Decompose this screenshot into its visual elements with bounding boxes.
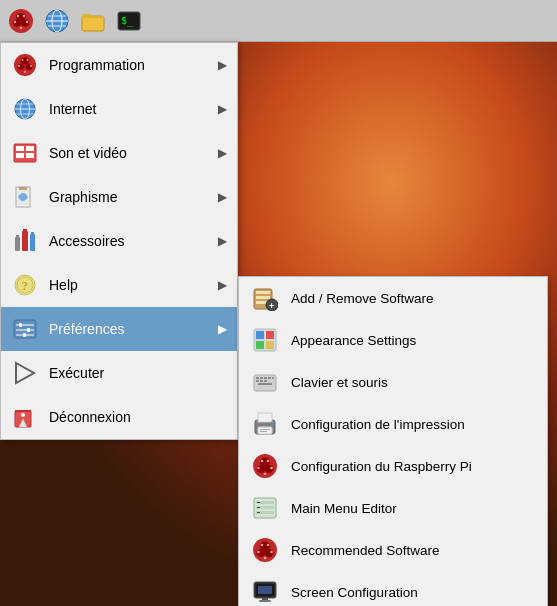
menu-container: Programmation ▶ Internet ▶ [0, 42, 238, 440]
recommended-software-label: Recommended Software [291, 543, 440, 558]
terminal-icon[interactable]: $_ [112, 4, 146, 38]
internet-arrow: ▶ [218, 102, 227, 116]
screen-configuration-label: Screen Configuration [291, 585, 418, 600]
graphisme-label: Graphisme [49, 189, 218, 205]
submenu-item-add-remove-software[interactable]: + Add / Remove Software [239, 277, 547, 319]
raspberry-menu-icon[interactable] [4, 4, 38, 38]
menu-item-help[interactable]: ? Help ▶ [1, 263, 237, 307]
svg-rect-41 [22, 231, 28, 251]
son-et-video-arrow: ▶ [218, 146, 227, 160]
svg-rect-33 [26, 146, 34, 151]
executer-label: Exécuter [49, 365, 227, 381]
recommended-software-icon [251, 536, 279, 564]
svg-rect-32 [16, 146, 24, 151]
svg-point-7 [26, 20, 28, 22]
config-impression-label: Configuration de l'impression [291, 417, 465, 432]
accessoires-icon [11, 227, 39, 255]
submenu-item-screen-configuration[interactable]: Screen Configuration [239, 571, 547, 606]
svg-rect-68 [256, 341, 264, 349]
executer-icon [11, 359, 39, 387]
programmation-arrow: ▶ [218, 58, 227, 72]
programmation-label: Programmation [49, 57, 218, 73]
svg-point-90 [261, 460, 264, 463]
svg-rect-34 [16, 153, 24, 158]
svg-point-57 [21, 413, 25, 417]
svg-point-91 [267, 460, 270, 463]
svg-point-109 [270, 551, 273, 554]
svg-rect-14 [82, 16, 104, 31]
son-et-video-label: Son et vidéo [49, 145, 218, 161]
svg-point-108 [257, 551, 260, 554]
svg-rect-39 [15, 237, 20, 251]
menu-item-deconnexion[interactable]: Déconnexion [1, 395, 237, 439]
config-raspberry-label: Configuration du Raspberry Pi [291, 459, 472, 474]
svg-rect-54 [23, 333, 26, 337]
svg-point-107 [267, 544, 270, 547]
submenu-item-config-raspberry[interactable]: Configuration du Raspberry Pi [239, 445, 547, 487]
svg-rect-83 [260, 429, 270, 430]
files-icon[interactable] [76, 4, 110, 38]
svg-rect-101 [257, 512, 260, 513]
svg-point-6 [14, 20, 16, 22]
menu-item-graphisme[interactable]: Graphisme ▶ [1, 175, 237, 219]
add-remove-software-icon: + [251, 284, 279, 312]
menu-item-executer[interactable]: Exécuter [1, 351, 237, 395]
svg-rect-75 [272, 377, 274, 379]
svg-text:?: ? [22, 278, 29, 293]
internet-icon [11, 95, 39, 123]
accessoires-arrow: ▶ [218, 234, 227, 248]
svg-rect-100 [257, 507, 260, 508]
menu-item-accessoires[interactable]: Accessoires ▶ [1, 219, 237, 263]
svg-rect-114 [259, 600, 271, 602]
svg-rect-99 [257, 502, 260, 503]
main-menu-editor-label: Main Menu Editor [291, 501, 397, 516]
appearance-settings-label: Appearance Settings [291, 333, 416, 348]
son-et-video-icon [11, 139, 39, 167]
svg-rect-53 [27, 328, 30, 332]
svg-text:+: + [269, 301, 274, 311]
submenu-preferences: + Add / Remove Software Appearance Setti… [238, 276, 548, 606]
help-label: Help [49, 277, 218, 293]
svg-rect-42 [23, 229, 27, 232]
submenu-item-appearance-settings[interactable]: Appearance Settings [239, 319, 547, 361]
preferences-icon [11, 315, 39, 343]
svg-rect-73 [264, 377, 267, 379]
submenu-item-clavier-souris[interactable]: Clavier et souris [239, 361, 547, 403]
svg-marker-55 [16, 363, 34, 383]
help-arrow: ▶ [218, 278, 227, 292]
accessoires-label: Accessoires [49, 233, 218, 249]
taskbar: $_ [0, 0, 557, 42]
submenu-item-main-menu-editor[interactable]: Main Menu Editor [239, 487, 547, 529]
submenu-item-recommended-software[interactable]: Recommended Software [239, 529, 547, 571]
svg-point-2 [13, 19, 21, 26]
svg-point-94 [264, 473, 267, 476]
primary-menu: Programmation ▶ Internet ▶ [0, 42, 238, 440]
deconnexion-icon [11, 403, 39, 431]
browser-icon[interactable] [40, 4, 74, 38]
preferences-label: Préférences [49, 321, 218, 337]
clavier-souris-icon [251, 368, 279, 396]
svg-point-4 [17, 14, 19, 16]
svg-point-3 [21, 19, 29, 26]
submenu-item-config-impression[interactable]: Configuration de l'impression [239, 403, 547, 445]
svg-point-93 [270, 467, 273, 470]
menu-item-internet[interactable]: Internet ▶ [1, 87, 237, 131]
svg-rect-44 [31, 232, 34, 235]
svg-rect-67 [266, 331, 274, 339]
svg-rect-77 [260, 380, 263, 382]
svg-rect-72 [260, 377, 263, 379]
svg-text:$_: $_ [121, 15, 134, 27]
svg-point-18 [21, 58, 30, 65]
svg-rect-115 [258, 586, 272, 594]
svg-point-19 [18, 64, 25, 70]
svg-point-22 [27, 59, 29, 61]
menu-item-preferences[interactable]: Préférences ▶ [1, 307, 237, 351]
svg-rect-43 [30, 234, 35, 251]
svg-rect-40 [16, 235, 19, 238]
svg-rect-81 [258, 413, 272, 422]
svg-rect-82 [258, 427, 272, 434]
svg-point-110 [264, 557, 267, 560]
svg-point-92 [257, 467, 260, 470]
menu-item-programmation[interactable]: Programmation ▶ [1, 43, 237, 87]
menu-item-son-et-video[interactable]: Son et vidéo ▶ [1, 131, 237, 175]
